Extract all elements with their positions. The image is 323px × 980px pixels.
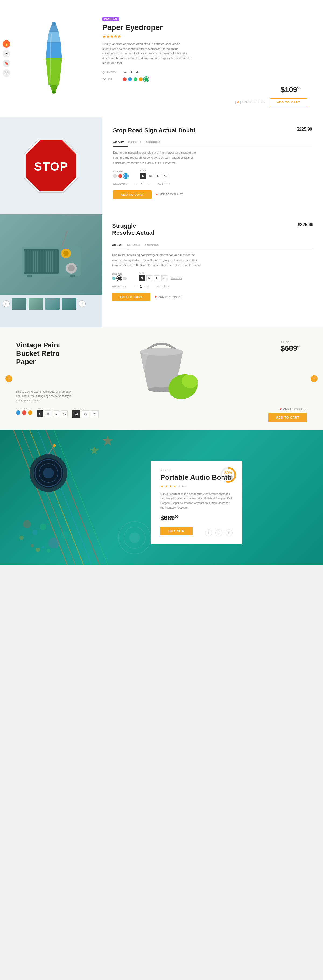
donut-chart-area: 80% POSITIVEREVIEWS: [220, 466, 237, 485]
pill-color-yellow[interactable]: [28, 410, 32, 415]
tab-details-3[interactable]: DETAILS: [127, 241, 145, 249]
linkedin-icon[interactable]: in: [226, 529, 233, 536]
price-decimal: 99: [297, 86, 301, 90]
stop-sign-image: STOP: [22, 136, 81, 196]
free-shipping-text: FREE SHIPPING: [242, 101, 265, 104]
thumbnail-4[interactable]: [62, 298, 76, 310]
color-option-blue[interactable]: [128, 77, 132, 81]
size-chart-link[interactable]: Size Chart: [171, 277, 182, 280]
size-l-3[interactable]: L: [154, 275, 160, 282]
color-red[interactable]: [119, 174, 122, 178]
qty-dec-3[interactable]: −: [132, 284, 137, 289]
twitter-icon[interactable]: t: [215, 529, 222, 536]
pill-size-26[interactable]: 26: [82, 410, 89, 418]
tab-shipping-3[interactable]: SHIPPING: [145, 241, 164, 249]
svg-point-53: [23, 520, 31, 528]
prev-thumbnail-arrow[interactable]: ←: [3, 300, 10, 307]
bucket-size-s[interactable]: S: [36, 410, 43, 417]
available-text-3: Available: 0: [157, 285, 169, 288]
qty-dec-2[interactable]: −: [133, 182, 138, 186]
svg-marker-2: [47, 32, 60, 42]
facebook-icon[interactable]: f: [205, 529, 212, 536]
prev-arrow-4: ←: [5, 375, 13, 382]
add-to-cart-button-3[interactable]: ADD TO CART: [112, 293, 150, 301]
action-row-2: ADD TO CART ♥ ADD TO WISHLIST: [113, 190, 312, 199]
buy-now-button[interactable]: BUY NOW: [160, 527, 193, 535]
price-value-4: $68999: [280, 344, 301, 353]
size-s-3[interactable]: S: [139, 275, 145, 282]
quantity-decrease[interactable]: −: [123, 70, 128, 75]
color-option-red[interactable]: [123, 77, 127, 81]
size-l[interactable]: L: [155, 173, 161, 179]
bookmark-icon[interactable]: 🔖: [3, 60, 10, 67]
star-5-empty: ★: [178, 484, 181, 488]
price-display-3: $225,99: [298, 222, 313, 227]
thumbnail-2[interactable]: [28, 298, 43, 310]
tab-shipping[interactable]: SHIPPING: [146, 139, 165, 146]
heart-icon-4: ♥: [280, 407, 282, 411]
bucket-size-xl[interactable]: XL: [61, 410, 68, 417]
color-option-green[interactable]: [133, 77, 137, 81]
color-size-row-3: COLOR SIZE S M L XL Size Chart: [112, 272, 313, 282]
tab-about[interactable]: ABOUT: [113, 139, 128, 146]
add-to-wishlist-button-4[interactable]: ♥ ADD TO WISHLIST: [280, 407, 307, 411]
eye-icon[interactable]: 👁: [3, 50, 10, 57]
size-m-3[interactable]: M: [146, 275, 152, 282]
close-icon[interactable]: ✕: [3, 69, 10, 77]
product-description-2: Due to the increasing complexity of info…: [113, 150, 204, 165]
speaker-svg: [22, 441, 75, 495]
color-label: COLOR: [102, 78, 119, 81]
color-white[interactable]: [113, 174, 117, 178]
add-to-cart-button[interactable]: ADD TO CART: [270, 99, 307, 107]
color-option-darkgreen[interactable]: [144, 77, 148, 81]
add-to-cart-button-4[interactable]: ADD TO CART: [268, 413, 307, 422]
qty-inc-2[interactable]: +: [146, 182, 150, 186]
pill-size-buttons: 24 26 28: [73, 410, 99, 418]
donut-description: POSITIVEREVIEWS: [224, 475, 233, 479]
bucket-size-l[interactable]: L: [53, 410, 60, 417]
fire-icon[interactable]: 🔥: [3, 40, 10, 48]
quantity-label: QUANTITY: [102, 71, 119, 73]
pill-color-blue[interactable]: [16, 410, 21, 415]
add-to-cart-button-2[interactable]: ADD TO CART: [113, 190, 152, 199]
next-thumbnail-arrow[interactable]: →: [79, 300, 86, 307]
action-row-3: ADD TO CART ♥ ADD TO WISHLIST: [112, 293, 313, 301]
thumbnail-3[interactable]: [45, 298, 60, 310]
star-3: ★: [169, 484, 172, 488]
color-dark[interactable]: [117, 277, 121, 280]
size-xl[interactable]: XL: [163, 173, 168, 179]
pill-size-28[interactable]: 28: [91, 410, 98, 418]
heart-icon-3: ♥: [155, 295, 157, 299]
next-product-arrow[interactable]: →: [310, 375, 318, 382]
color-label-3: COLOR: [112, 273, 128, 275]
size-options-3: SIZE S M L XL Size Chart: [139, 272, 182, 282]
product-title: Paper Eyedroper: [102, 23, 307, 32]
bucket-size-m[interactable]: M: [45, 410, 51, 417]
pill-size-group: PILL SIZE 24 26 28: [73, 407, 99, 418]
bucket-size-buttons: S M L XL: [36, 410, 68, 417]
color-light[interactable]: [123, 277, 127, 280]
pill-size-24[interactable]: 24: [73, 410, 80, 418]
rating-text: 4/5: [182, 485, 186, 488]
card-bottom-row: BUY NOW f t in: [160, 526, 233, 536]
color-blue-selected[interactable]: [124, 174, 128, 178]
tab-details[interactable]: DETAILS: [128, 139, 146, 146]
size-m[interactable]: M: [147, 173, 154, 179]
size-xl-3[interactable]: XL: [162, 275, 168, 282]
thumbnail-1[interactable]: [12, 298, 26, 310]
color-teal[interactable]: [112, 277, 116, 280]
tab-about-3[interactable]: ABOUT: [112, 241, 127, 249]
color-label-2: COLOR: [113, 170, 129, 173]
color-option-yellow[interactable]: [139, 77, 142, 81]
pill-color-red[interactable]: [22, 410, 26, 415]
popular-badge: POPULAR: [102, 17, 119, 21]
prev-product-arrow[interactable]: ←: [5, 375, 13, 382]
svg-marker-48: [102, 435, 113, 446]
qty-inc-3[interactable]: +: [144, 284, 149, 289]
color-options-2: COLOR: [113, 170, 129, 178]
size-label-2: SIZE: [140, 169, 156, 172]
add-to-wishlist-button-3[interactable]: ♥ ADD TO WISHLIST: [155, 295, 182, 299]
size-s[interactable]: S: [140, 173, 146, 179]
quantity-increase[interactable]: +: [135, 70, 140, 75]
add-to-wishlist-button-2[interactable]: ♥ ADD TO WISHLIST: [156, 192, 183, 196]
